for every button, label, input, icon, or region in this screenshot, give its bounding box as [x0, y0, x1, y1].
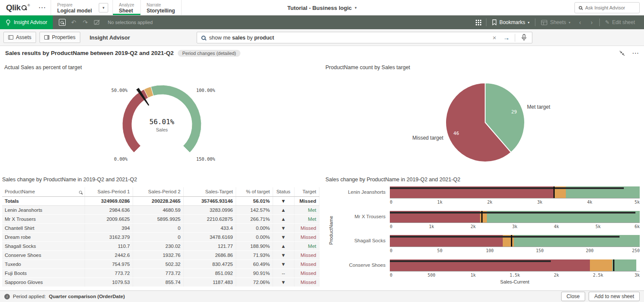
table-cell[interactable]: Missed	[294, 223, 319, 232]
edit-sheet-button[interactable]: ✎ Edit sheet	[601, 15, 639, 29]
table-cell[interactable]: 2009.6625	[85, 214, 133, 223]
table-cell[interactable]: Met	[294, 241, 319, 250]
table-cell[interactable]: 110.7	[85, 241, 133, 250]
table-cell[interactable]: ▼	[273, 278, 294, 287]
insight-search-box[interactable]: show me sales by product × →	[197, 32, 532, 43]
table-cell[interactable]: 1079.53	[85, 278, 133, 287]
table-row[interactable]: Sapporoo Gloves1079.53855.741187.48372.0…	[2, 278, 319, 287]
table-cell[interactable]: ▲	[273, 214, 294, 223]
bullet-row[interactable]: Mr X Trousers01k2k3k4k5k6k	[326, 211, 641, 233]
table-cell[interactable]: Missed	[294, 268, 319, 278]
clear-search-button[interactable]: ×	[491, 34, 498, 41]
column-header[interactable]: % of target	[236, 187, 273, 196]
global-menu-button[interactable]: ⋯	[33, 0, 51, 15]
voice-search-button[interactable]	[519, 34, 528, 41]
table-row[interactable]: Mr X Trousers2009.66255895.99252210.6287…	[2, 214, 319, 223]
table-cell[interactable]: 2686.86	[183, 250, 236, 259]
table-cell[interactable]: 5895.9925	[133, 214, 183, 223]
table-cell[interactable]: 71.93%	[236, 250, 273, 259]
table-cell[interactable]: 2442.6	[85, 250, 133, 259]
totals-row[interactable]: Totals324969.0286200228.2465357465.93146…	[2, 196, 319, 205]
table-cell[interactable]: 1932.76	[133, 250, 183, 259]
nav-analyze[interactable]: Analyze Sheet	[112, 0, 140, 15]
table-cell[interactable]: ▲	[273, 205, 294, 214]
redo-button[interactable]: ↷	[79, 18, 91, 27]
table-cell[interactable]: Sapporoo Gloves	[2, 278, 85, 287]
bullet-row[interactable]: Conserve Shoes05001k1.5k2k2.5k3k	[326, 259, 641, 282]
table-cell[interactable]: --	[273, 268, 294, 278]
table-cell[interactable]: ▼	[273, 250, 294, 259]
table-cell[interactable]: Missed	[294, 250, 319, 259]
table-cell[interactable]: 142.57%	[236, 205, 273, 214]
table-cell[interactable]: 200228.2465	[133, 196, 183, 205]
table-cell[interactable]: 324969.0286	[85, 196, 133, 205]
bookmarks-button[interactable]: Bookmarks ▾	[488, 15, 533, 29]
app-title-menu[interactable]: Tutorial - Business logic ▾	[287, 0, 357, 15]
table-cell[interactable]: 357465.93146	[183, 196, 236, 205]
sheets-button[interactable]: Sheets ▾	[537, 15, 574, 29]
bullet-band[interactable]	[390, 211, 640, 223]
undo-button[interactable]: ↶	[68, 18, 79, 27]
table-row[interactable]: Lenin Jeanshorts2984.6364680.593283.0996…	[2, 205, 319, 214]
bullet-band[interactable]	[390, 186, 640, 198]
app-overview-button[interactable]	[473, 18, 484, 27]
column-search-icon[interactable]	[79, 191, 82, 194]
table-cell[interactable]: 0	[133, 223, 183, 232]
table-row[interactable]: Fuji Boots773.72773.72851.09290.91%--Mis…	[2, 268, 319, 278]
table-row[interactable]: Conserve Shoes2442.61932.762686.8671.93%…	[2, 250, 319, 259]
table-row[interactable]: Chantell Shirt3940433.40.00%▼Missed	[2, 223, 319, 232]
qlik-logo[interactable]: Qlik®	[0, 0, 33, 15]
previous-sheet-button[interactable]: ‹	[574, 18, 586, 27]
table-cell[interactable]: Met	[294, 205, 319, 214]
column-header[interactable]: Sales-Period 1	[85, 187, 133, 196]
pie-chart[interactable]: 29Met target46Missed target	[404, 78, 567, 171]
kpi-table[interactable]: ProductNameSales-Period 1Sales-Period 2S…	[2, 187, 322, 287]
column-header[interactable]: Sales-Period 2	[133, 187, 183, 196]
clear-selections-button[interactable]	[91, 18, 103, 27]
table-cell[interactable]: Chantell Shirt	[2, 223, 85, 232]
column-header[interactable]: Target	[294, 187, 319, 196]
table-cell[interactable]: 0	[133, 232, 183, 241]
table-cell[interactable]: 855.74	[133, 278, 183, 287]
add-to-new-sheet-button[interactable]: Add to new sheet	[589, 292, 640, 301]
table-cell[interactable]: 188.90%	[236, 241, 273, 250]
table-cell[interactable]: 60.49%	[236, 259, 273, 268]
bullet-row[interactable]: Lenin Jeanshorts01k2k3k4k5k	[326, 186, 641, 209]
table-cell[interactable]: 3162.379	[85, 232, 133, 241]
table-cell[interactable]: Missed	[294, 196, 319, 205]
table-cell[interactable]: ▼	[273, 196, 294, 205]
table-cell[interactable]: 830.4725	[183, 259, 236, 268]
table-cell[interactable]: 56.01%	[236, 196, 273, 205]
table-cell[interactable]: ▼	[273, 232, 294, 241]
table-cell[interactable]: Tuxedo	[2, 259, 85, 268]
table-cell[interactable]: 3283.0996	[183, 205, 236, 214]
ask-insight-advisor-box[interactable]	[574, 2, 640, 13]
table-cell[interactable]: 502.32	[133, 259, 183, 268]
table-cell[interactable]: ▼	[273, 259, 294, 268]
bullet-band[interactable]	[390, 259, 640, 271]
table-cell[interactable]: 3478.6169	[183, 232, 236, 241]
collapse-results-button[interactable]	[619, 50, 625, 56]
table-cell[interactable]: 773.72	[133, 268, 183, 278]
period-changes-badge[interactable]: Period changes (detailed)	[178, 50, 240, 57]
table-cell[interactable]: ▲	[273, 241, 294, 250]
properties-panel-button[interactable]: Properties	[39, 32, 80, 43]
submit-search-button[interactable]: →	[501, 34, 511, 41]
table-cell[interactable]: Fuji Boots	[2, 268, 85, 278]
table-cell[interactable]: Shagall Socks	[2, 241, 85, 250]
table-row[interactable]: Dream robe3162.37903478.61690.00%▼Missed	[2, 232, 319, 241]
search-query-text[interactable]: show me sales by product	[209, 35, 487, 41]
table-cell[interactable]: 0.00%	[236, 223, 273, 232]
table-cell[interactable]: ▼	[273, 223, 294, 232]
column-header[interactable]: Sales-Target	[183, 187, 236, 196]
insight-advisor-toggle[interactable]: Insight Advisor	[0, 15, 53, 29]
selections-tool-button[interactable]	[56, 18, 68, 27]
table-cell[interactable]: 2210.62875	[183, 214, 236, 223]
table-cell[interactable]: Totals	[2, 196, 85, 205]
table-cell[interactable]: Missed	[294, 259, 319, 268]
table-cell[interactable]: 433.4	[183, 223, 236, 232]
table-cell[interactable]: 394	[85, 223, 133, 232]
table-row[interactable]: Tuxedo754.975502.32830.472560.49%▼Missed	[2, 259, 319, 268]
table-cell[interactable]: 2984.636	[85, 205, 133, 214]
table-cell[interactable]: Conserve Shoes	[2, 250, 85, 259]
